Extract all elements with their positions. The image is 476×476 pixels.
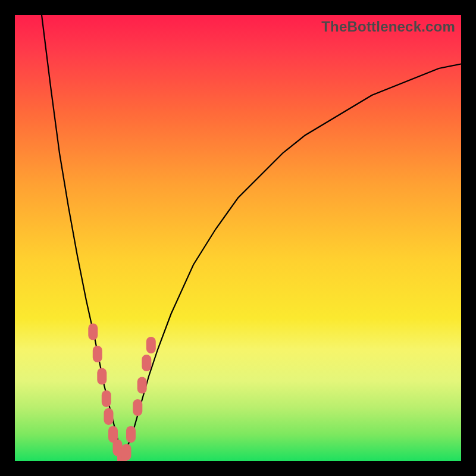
markers-left bbox=[88, 324, 127, 462]
plot-area: TheBottleneck.com bbox=[15, 15, 461, 461]
marker-point bbox=[93, 346, 102, 362]
marker-point bbox=[88, 324, 98, 340]
marker-point bbox=[142, 355, 151, 371]
marker-point bbox=[122, 444, 131, 461]
marker-point bbox=[102, 390, 111, 407]
chart-frame: TheBottleneck.com bbox=[0, 0, 476, 476]
marker-point bbox=[104, 408, 114, 425]
right-curve bbox=[122, 64, 461, 457]
markers-right bbox=[122, 337, 156, 461]
marker-point bbox=[126, 426, 136, 443]
chart-svg bbox=[15, 15, 461, 461]
marker-point bbox=[133, 399, 142, 416]
marker-point bbox=[97, 368, 107, 385]
left-curve bbox=[42, 15, 122, 457]
marker-point bbox=[146, 337, 156, 353]
marker-point bbox=[137, 377, 147, 394]
